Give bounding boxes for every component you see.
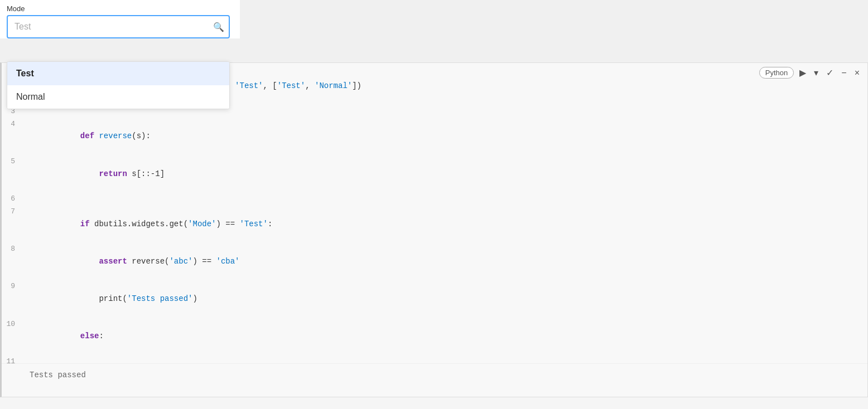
code-token: (s): <box>132 132 151 140</box>
close-button[interactable]: × <box>852 67 862 79</box>
code-token: , <box>305 81 315 90</box>
output-area: Tests passed <box>2 363 867 397</box>
line-number: 6 <box>2 193 24 205</box>
search-icon: 🔍 <box>213 22 224 32</box>
line-code: return s[::-1] <box>24 155 867 192</box>
code-token: reverse <box>99 132 132 140</box>
code-line-5: 5 return s[::-1] <box>2 155 867 192</box>
minus-icon: − <box>841 68 846 78</box>
code-content: 2 dbutils.widgets.dropdown('Mode', 'Test… <box>2 63 867 397</box>
code-token: ) == <box>192 257 216 266</box>
code-token: : <box>99 332 103 340</box>
code-token: s[::-1] <box>132 169 165 178</box>
mode-dropdown: Test Normal <box>7 61 230 109</box>
code-line-10: 10 else: <box>2 318 867 355</box>
cell-toolbar: Python ▶ ▾ ✓ − × <box>754 63 867 82</box>
output-text: Tests passed <box>30 371 86 379</box>
code-token: 'abc' <box>169 257 192 266</box>
code-token: ) <box>192 294 197 303</box>
code-editor: Python ▶ ▾ ✓ − × <box>0 62 868 397</box>
line-number: 10 <box>2 319 24 330</box>
code-token <box>80 257 99 266</box>
code-cell: Python ▶ ▾ ✓ − × <box>0 62 868 409</box>
code-line-9: 9 print('Tests passed') <box>2 280 867 317</box>
dropdown-item-test[interactable]: Test <box>7 62 229 85</box>
close-icon: × <box>855 68 860 78</box>
checkmark-icon: ✓ <box>826 67 833 78</box>
dropdown-item-normal[interactable]: Normal <box>7 85 229 109</box>
code-token: else <box>80 332 99 340</box>
code-token: def <box>80 132 99 140</box>
code-token <box>80 169 99 178</box>
code-token: dbutils.widgets.get( <box>94 220 188 228</box>
code-token: 'Normal' <box>315 81 352 90</box>
line-number: 9 <box>2 281 24 293</box>
play-icon: ▶ <box>799 67 806 78</box>
line-code: assert reverse('abc') == 'cba' <box>24 242 867 280</box>
code-token: ) == <box>216 220 240 228</box>
line-code: def reverse(s): <box>24 118 867 155</box>
minimize-button[interactable]: − <box>839 67 848 79</box>
line-number: 5 <box>2 156 24 168</box>
run-dropdown-button[interactable]: ▾ <box>812 66 821 79</box>
line-code: print('Tests passed') <box>24 280 867 317</box>
search-input-wrapper: 🔍 <box>7 15 230 38</box>
code-token: return <box>99 169 132 178</box>
dropdown-item-label: Test <box>16 69 34 78</box>
chevron-down-icon: ▾ <box>814 67 818 78</box>
code-line-7: 7 if dbutils.widgets.get('Mode') == 'Tes… <box>2 205 867 242</box>
dropdown-item-label: Normal <box>16 92 45 101</box>
widget-area: Mode 🔍 <box>0 0 240 38</box>
widget-label: Mode <box>7 4 233 13</box>
mode-search-input[interactable] <box>7 15 230 38</box>
code-token: 'Test' <box>240 220 268 228</box>
code-token: 'Tests passed' <box>127 294 193 303</box>
language-badge[interactable]: Python <box>759 67 794 79</box>
code-token: 'cba' <box>216 257 240 266</box>
code-token: if <box>80 220 94 228</box>
code-line-4: 4 def reverse(s): <box>2 118 867 155</box>
code-token: ]) <box>352 81 361 90</box>
line-code <box>24 192 867 204</box>
code-token: assert <box>99 257 132 266</box>
line-number: 4 <box>2 119 24 130</box>
line-code: if dbutils.widgets.get('Mode') == 'Test'… <box>24 205 867 242</box>
line-number: 8 <box>2 244 24 255</box>
code-token: : <box>268 220 272 228</box>
code-line-8: 8 assert reverse('abc') == 'cba' <box>2 242 867 280</box>
code-token: 'Test' <box>235 81 263 90</box>
run-button[interactable]: ▶ <box>797 66 808 79</box>
code-token: 'Mode' <box>188 220 216 228</box>
code-token: reverse( <box>132 257 169 266</box>
collapse-output-button[interactable]: ✓ <box>824 66 836 79</box>
line-number: 7 <box>2 206 24 218</box>
code-token: , [ <box>263 81 277 90</box>
code-token: print( <box>80 294 127 303</box>
code-token: 'Test' <box>277 81 305 90</box>
code-line-6: 6 <box>2 192 867 205</box>
line-code: else: <box>24 318 867 355</box>
